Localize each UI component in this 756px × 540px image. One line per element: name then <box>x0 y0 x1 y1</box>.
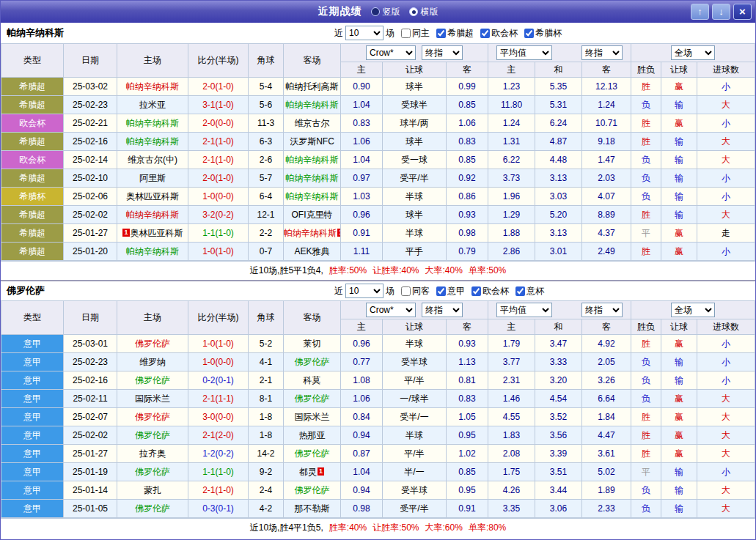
asian-handicap: 球半/两 <box>383 114 447 133</box>
team-name: 帕纳辛纳科斯 <box>7 26 64 40</box>
match-row: 希腊超25-02-10阿里斯2-0(1-0)5-7帕纳辛纳科斯0.97受平/半0… <box>1 169 755 188</box>
sub-header-handicap: 让球 <box>383 319 447 335</box>
recent-count-select[interactable]: 10 <box>345 26 383 40</box>
result-goals: 走 <box>697 224 755 243</box>
col-header-away: 客场 <box>284 44 341 78</box>
league-checkbox[interactable] <box>524 29 534 38</box>
recent-count-select[interactable]: 10 <box>345 284 383 298</box>
scope-select[interactable]: 全场 <box>671 45 715 60</box>
corner-count: 8-1 <box>249 390 284 408</box>
summary-win-rate: 胜率:50% <box>329 265 367 277</box>
result-handicap: 赢 <box>661 114 697 133</box>
home-team: 阿里斯 <box>117 169 188 188</box>
euro-home-odds: 1.23 <box>488 78 535 96</box>
euro-draw-odds: 3.44 <box>535 481 582 500</box>
asian-index-select[interactable]: 终指 <box>422 303 463 317</box>
euro-avg-select[interactable]: 平均值 <box>496 303 552 317</box>
match-score: 3-1(1-0) <box>188 96 249 114</box>
result-handicap: 赢 <box>661 445 697 463</box>
match-row: 意甲25-01-19佛罗伦萨1-1(1-0)9-2都灵11.04半/一0.851… <box>1 463 755 481</box>
asian-away-odds: 0.81 <box>447 371 488 390</box>
asian-index-select[interactable]: 终指 <box>422 45 463 60</box>
result-goals: 大 <box>697 500 755 518</box>
league-badge: 希腊超 <box>1 96 64 114</box>
league-label: 希腊杯 <box>535 27 562 40</box>
result-handicap: 输 <box>661 188 697 206</box>
league-badge: 欧会杯 <box>1 114 64 133</box>
asian-home-odds: 0.77 <box>341 353 383 371</box>
scope-select[interactable]: 全场 <box>671 303 715 317</box>
match-row: 希腊超25-02-02帕纳辛纳科斯3-2(0-2)12-1OFI克里特0.96球… <box>1 206 755 224</box>
league-filter-conference[interactable]: 欧会杯 <box>467 285 509 297</box>
away-team: 佛罗伦萨 <box>284 445 341 463</box>
layout-option-vertical[interactable]: 竖版 <box>371 6 400 18</box>
league-filter-seriea[interactable]: 意甲 <box>432 285 465 297</box>
same-venue-filter[interactable]: 同客 <box>397 285 430 297</box>
same-venue-filter[interactable]: 同主 <box>397 27 430 40</box>
league-checkbox[interactable] <box>480 29 490 38</box>
euro-away-odds: 2.33 <box>582 500 631 518</box>
euro-draw-odds: 3.56 <box>535 426 582 445</box>
asian-away-odds: 0.79 <box>447 243 488 261</box>
sub-header-result: 胜负 <box>631 319 661 335</box>
asian-home-odds: 0.97 <box>341 169 383 188</box>
close-button[interactable]: × <box>733 4 752 20</box>
match-row: 意甲25-01-14蒙扎2-1(1-0)2-4佛罗伦萨0.94受半球0.954.… <box>1 481 755 500</box>
euro-home-odds: 1.88 <box>488 224 535 243</box>
away-team: 帕纳托利高斯 <box>284 78 341 96</box>
home-team: 佛罗伦萨 <box>117 371 188 390</box>
scroll-down-button[interactable]: ↓ <box>712 4 730 20</box>
league-checkbox[interactable] <box>471 286 481 296</box>
home-team: 帕纳辛纳科斯 <box>117 114 188 133</box>
same-venue-checkbox[interactable] <box>401 286 411 296</box>
col-header-type: 类型 <box>1 301 64 335</box>
match-row: 希腊超25-01-20帕纳辛纳科斯1-0(1-0)0-7AEK雅典1.11平手0… <box>1 243 755 261</box>
euro-index-select[interactable]: 终指 <box>581 45 623 60</box>
asian-away-odds: 1.13 <box>447 353 488 371</box>
euro-index-select[interactable]: 终指 <box>581 303 623 317</box>
result-handicap: 输 <box>661 151 697 169</box>
sub-header-handicap-result: 让球 <box>661 62 697 78</box>
euro-draw-odds: 5.20 <box>535 206 582 224</box>
asian-home-odds: 0.94 <box>341 481 383 500</box>
asian-away-odds: 0.98 <box>447 224 488 243</box>
result-wdl: 胜 <box>631 133 661 151</box>
result-handicap: 输 <box>661 96 697 114</box>
match-score: 0-2(0-1) <box>188 371 249 390</box>
result-handicap: 赢 <box>661 224 697 243</box>
league-filter-conference[interactable]: 欧会杯 <box>476 27 518 40</box>
bookmaker-select[interactable]: Crow* <box>366 303 416 317</box>
euro-draw-odds: 3.47 <box>535 335 582 353</box>
league-filter-greek-cup[interactable]: 希腊杯 <box>520 27 562 40</box>
match-row: 意甲25-02-07佛罗伦萨3-0(0-0)1-8国际米兰0.84受半/一1.0… <box>1 408 755 426</box>
match-row: 希腊杯25-02-06奥林匹亚科斯1-0(0-0)6-4帕纳辛纳科斯1.03半球… <box>1 188 755 206</box>
asian-home-odds: 1.08 <box>341 371 383 390</box>
euro-avg-select[interactable]: 平均值 <box>496 45 552 60</box>
section-header: 帕纳辛纳科斯 近 10 场 同主 希腊超 欧会杯 希腊杯 <box>1 23 755 43</box>
league-badge: 希腊超 <box>1 243 64 261</box>
bookmaker-select[interactable]: Crow* <box>366 45 416 60</box>
scroll-up-button[interactable]: ↑ <box>691 4 709 20</box>
euro-draw-odds: 4.48 <box>535 151 582 169</box>
layout-option-horizontal[interactable]: 横版 <box>409 6 438 18</box>
result-goals: 大 <box>697 206 755 224</box>
summary-over-rate: 大率:40% <box>425 265 463 277</box>
result-wdl: 胜 <box>631 408 661 426</box>
league-badge: 希腊超 <box>1 224 64 243</box>
home-team: 维京古尔(中) <box>117 151 188 169</box>
corner-count: 1-8 <box>249 426 284 445</box>
league-checkbox[interactable] <box>436 29 446 38</box>
league-filter-greek-super[interactable]: 希腊超 <box>432 27 474 40</box>
result-wdl: 胜 <box>631 335 661 353</box>
col-header-date: 日期 <box>64 44 117 78</box>
result-goals: 大 <box>697 445 755 463</box>
league-checkbox[interactable] <box>436 286 446 296</box>
match-score: 2-1(2-0) <box>188 426 249 445</box>
league-checkbox[interactable] <box>515 286 525 296</box>
league-badge: 意甲 <box>1 481 64 500</box>
same-venue-checkbox[interactable] <box>401 29 411 38</box>
sub-header-euro-home: 主 <box>488 319 535 335</box>
asian-home-odds: 0.94 <box>341 426 383 445</box>
league-filter-coppa[interactable]: 意杯 <box>511 285 544 297</box>
summary-handicap-rate: 让胜率:40% <box>373 265 419 277</box>
